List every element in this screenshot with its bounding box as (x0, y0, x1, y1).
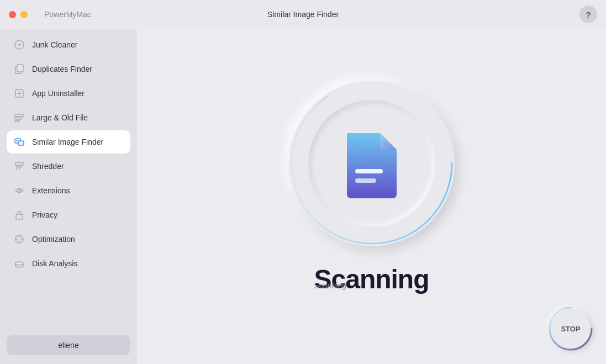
scan-container: Scanning Scanning (289, 81, 455, 290)
sidebar-item-shredder[interactable]: Shredder (7, 155, 130, 178)
svg-rect-18 (355, 178, 376, 183)
privacy-icon (13, 209, 25, 221)
svg-rect-5 (15, 118, 22, 119)
app-name: PowerMyMac (44, 10, 91, 19)
disk-analysis-icon (13, 257, 25, 270)
optimization-icon (13, 233, 25, 245)
sidebar-label-similar-image-finder: Similar Image Finder (32, 138, 103, 146)
svg-point-11 (18, 189, 21, 192)
main-layout: Junk Cleaner Duplicates Finder App Unins… (0, 29, 606, 364)
traffic-lights (9, 11, 28, 18)
sidebar-label-disk-analysis: Disk Analysis (32, 259, 77, 268)
content-area: Scanning Scanning STOP (137, 29, 606, 364)
sidebar-item-optimization[interactable]: Optimization (7, 228, 130, 251)
sidebar-label-duplicates-finder: Duplicates Finder (32, 65, 92, 73)
sidebar-label-privacy: Privacy (32, 210, 57, 219)
sidebar-label-optimization: Optimization (32, 235, 75, 244)
extensions-icon (13, 184, 25, 197)
svg-point-15 (15, 262, 23, 265)
sidebar-label-shredder: Shredder (32, 162, 64, 171)
large-old-file-icon (13, 112, 25, 124)
document-icon (341, 128, 402, 199)
sidebar-label-extensions: Extensions (32, 186, 70, 195)
junk-cleaner-icon (13, 39, 25, 51)
sidebar: Junk Cleaner Duplicates Finder App Unins… (0, 29, 137, 364)
window-title: Similar Image Finder (267, 10, 339, 19)
similar-image-finder-icon (13, 136, 25, 148)
shredder-icon (13, 160, 25, 172)
sidebar-footer: eliene (7, 331, 130, 360)
svg-rect-6 (15, 120, 19, 122)
sidebar-label-app-uninstaller: App Uninstaller (32, 89, 85, 98)
stop-button[interactable]: STOP (551, 309, 591, 349)
svg-point-9 (16, 140, 17, 141)
help-button[interactable]: ? (579, 6, 597, 23)
sidebar-item-junk-cleaner[interactable]: Junk Cleaner (7, 33, 130, 56)
titlebar: PowerMyMac Similar Image Finder ? (0, 0, 606, 29)
sidebar-item-similar-image-finder[interactable]: Similar Image Finder (7, 130, 130, 154)
svg-rect-12 (16, 214, 23, 219)
sidebar-item-app-uninstaller[interactable]: App Uninstaller (7, 82, 130, 105)
stop-button-wrapper: STOP (551, 309, 591, 349)
svg-rect-10 (15, 162, 23, 165)
sidebar-item-disk-analysis[interactable]: Disk Analysis (7, 252, 130, 275)
user-button[interactable]: eliene (7, 335, 130, 355)
svg-rect-2 (17, 65, 23, 72)
sidebar-label-junk-cleaner: Junk Cleaner (32, 40, 78, 49)
sidebar-item-duplicates-finder[interactable]: Duplicates Finder (7, 57, 130, 81)
scanning-text-group: Scanning Scanning (314, 264, 429, 290)
circle-wrapper (289, 81, 455, 246)
app-uninstaller-icon (13, 87, 25, 99)
close-button[interactable] (9, 11, 16, 18)
svg-rect-4 (15, 114, 24, 117)
sidebar-item-large-old-file[interactable]: Large & Old File (7, 106, 130, 129)
svg-rect-17 (355, 169, 383, 173)
duplicates-finder-icon (13, 63, 25, 75)
sidebar-label-large-old-file: Large & Old File (32, 113, 88, 122)
sidebar-item-extensions[interactable]: Extensions (7, 179, 130, 202)
sidebar-item-privacy[interactable]: Privacy (7, 203, 130, 226)
minimize-button[interactable] (20, 11, 28, 18)
svg-rect-8 (18, 141, 24, 145)
